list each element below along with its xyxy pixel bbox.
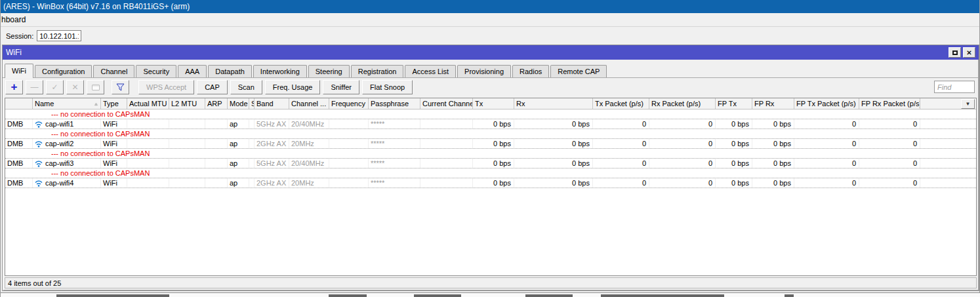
wifi-window-titlebar[interactable]: WiFi ✕ xyxy=(3,45,979,60)
cell-rx: 0 bps xyxy=(514,119,593,129)
tab-aaa[interactable]: AAA xyxy=(178,65,207,77)
column-header-frequency[interactable]: Frequency xyxy=(329,98,369,109)
cell-fp-rx: 0 bps xyxy=(752,159,794,168)
cell-fp-tx: 0 bps xyxy=(716,178,752,188)
scan-button[interactable]: Scan xyxy=(230,80,262,94)
tab-radios[interactable]: Radios xyxy=(512,65,549,77)
wifi-icon xyxy=(35,141,43,148)
maximize-button[interactable] xyxy=(949,47,961,58)
column-header-fp-rx-packet-p-s[interactable]: FP Rx Packet (p/s) xyxy=(859,98,920,109)
cell-current-channel xyxy=(420,178,473,188)
cell-passphrase: ***** xyxy=(369,119,420,129)
remove-icon: — xyxy=(31,83,39,91)
cell-tx: 0 bps xyxy=(473,119,514,129)
column-header-channel[interactable]: Channel ... xyxy=(289,98,329,109)
cell-band: 5GHz AX xyxy=(255,119,289,129)
column-header-l2-mtu[interactable]: L2 MTU xyxy=(169,98,205,109)
cell-fp-rx-packet-p-s: 0 xyxy=(859,178,920,188)
toolbar-icon-group: +—✓✕ xyxy=(5,80,129,94)
column-header-arp[interactable]: ARP xyxy=(205,98,228,109)
column-header-current-channel[interactable]: Current Channel xyxy=(420,98,473,109)
remove-button: — xyxy=(26,80,43,94)
column-header-name[interactable]: Name▲ xyxy=(33,98,101,109)
column-header-passphrase[interactable]: Passphrase xyxy=(369,98,420,109)
chevron-down-icon: ▼ xyxy=(966,101,971,107)
wps-accept-button: WPS Accept xyxy=(138,80,194,94)
column-header-mode[interactable]: Mode xyxy=(228,98,249,109)
tab-wifi[interactable]: WiFi xyxy=(5,64,33,78)
column-selector-button[interactable]: ▼ xyxy=(961,99,975,109)
table-row[interactable]: DMBcap-wifi4WiFiap2GHz AX20MHz*****0 bps… xyxy=(5,178,976,188)
cell-tx: 0 bps xyxy=(473,139,514,148)
column-header-flags[interactable] xyxy=(5,98,33,109)
column-header-tx-packet-p-s[interactable]: Tx Packet (p/s) xyxy=(593,98,649,109)
cell-fp-rx-packet-p-s: 0 xyxy=(859,139,920,148)
tab-remote-cap[interactable]: Remote CAP xyxy=(550,65,607,77)
session-input[interactable] xyxy=(37,30,81,41)
sniffer-button[interactable]: Sniffer xyxy=(323,80,359,94)
interface-table: Name▲TypeActual MTUL2 MTUARPModeSBandCha… xyxy=(5,98,977,276)
cell-l2-mtu xyxy=(169,178,205,188)
notice-text: --- no connection to CAPsMAN xyxy=(5,169,150,177)
wifi-icon xyxy=(35,180,43,187)
table-row[interactable]: DMBcap-wifi2WiFiap2GHz AX20MHz*****0 bps… xyxy=(5,139,976,149)
close-button[interactable]: ✕ xyxy=(963,47,975,58)
freq-usage-button[interactable]: Freq. Usage xyxy=(265,80,321,94)
fragment-text-smudge xyxy=(56,294,169,297)
cap-button[interactable]: CAP xyxy=(197,80,228,94)
column-header-fp-rx[interactable]: FP Rx xyxy=(752,98,794,109)
cell-tx-packet-p-s: 0 xyxy=(593,119,649,129)
session-row: Session: xyxy=(1,27,979,45)
cell-mode: ap xyxy=(228,119,249,129)
column-header-type[interactable]: Type xyxy=(101,98,127,109)
filter-button[interactable] xyxy=(112,80,129,94)
cell-mode: ap xyxy=(228,178,249,188)
table-row[interactable]: DMBcap-wifi3WiFiap5GHz AX20/40MHz*****0 … xyxy=(5,159,976,168)
tab-access-list[interactable]: Access List xyxy=(405,65,456,77)
cell-channel: 20MHz xyxy=(289,178,329,188)
column-header-s[interactable]: S xyxy=(249,98,255,109)
column-header-rx-packet-p-s[interactable]: Rx Packet (p/s) xyxy=(649,98,716,109)
menubar: hboard xyxy=(1,13,979,27)
column-header-rx[interactable]: Rx xyxy=(514,98,593,109)
cell-fp-tx-packet-p-s: 0 xyxy=(794,159,859,168)
column-header-fp-tx[interactable]: FP Tx xyxy=(716,98,752,109)
cell-channel: 20/40MHz xyxy=(289,119,329,129)
cell-arp xyxy=(205,139,228,148)
cell-arp xyxy=(205,159,228,168)
cell-arp xyxy=(205,119,228,129)
cell-rx: 0 bps xyxy=(514,159,593,168)
tab-datapath[interactable]: Datapath xyxy=(208,65,252,77)
cell-type: WiFi xyxy=(101,159,127,168)
cell-passphrase: ***** xyxy=(369,159,420,168)
column-header-tx[interactable]: Tx xyxy=(473,98,514,109)
close-icon: ✕ xyxy=(966,49,971,56)
table-row[interactable]: DMBcap-wifi1WiFiap5GHz AX20/40MHz*****0 … xyxy=(5,119,976,129)
tab-channel[interactable]: Channel xyxy=(93,65,134,77)
cell-actual-mtu xyxy=(127,159,169,168)
tab-registration[interactable]: Registration xyxy=(351,65,404,77)
cell-filler xyxy=(920,119,976,129)
tab-provisioning[interactable]: Provisioning xyxy=(457,65,511,77)
cell-type: WiFi xyxy=(101,119,127,129)
tab-steering[interactable]: Steering xyxy=(308,65,350,77)
flat-snoop-button[interactable]: Flat Snoop xyxy=(362,80,413,94)
column-header-fp-tx-packet-p-s[interactable]: FP Tx Packet (p/s) xyxy=(794,98,859,109)
cell-filler xyxy=(920,159,976,168)
background-window-fragment[interactable] xyxy=(1,292,980,297)
cell-type: WiFi xyxy=(101,178,127,188)
add-button[interactable]: + xyxy=(5,80,23,94)
tab-security[interactable]: Security xyxy=(136,65,176,77)
find-input[interactable] xyxy=(934,81,975,93)
main-titlebar[interactable]: (ARES) - WinBox (64bit) v7.16 on RB4011i… xyxy=(1,0,979,13)
column-header-actual-mtu[interactable]: Actual MTU xyxy=(127,98,169,109)
cell-frequency xyxy=(329,119,369,129)
tab-interworking[interactable]: Interworking xyxy=(253,65,307,77)
menu-item-dashboard-partial[interactable]: hboard xyxy=(1,15,26,24)
tab-configuration[interactable]: Configuration xyxy=(35,65,92,77)
cell-mode: ap xyxy=(228,139,249,148)
column-header-band[interactable]: Band xyxy=(255,98,289,109)
cell-tx: 0 bps xyxy=(473,178,514,188)
cell-s xyxy=(249,139,255,148)
sort-ascending-icon: ▲ xyxy=(92,102,98,106)
